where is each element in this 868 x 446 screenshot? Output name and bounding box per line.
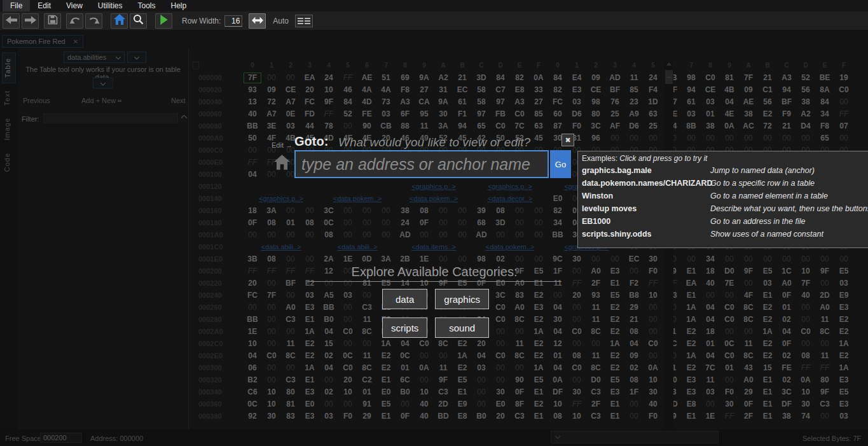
- examples-header: Examples: Click and press go to try it: [578, 151, 868, 164]
- example-row: graphics.bag.maleJump to named data (anc…: [578, 164, 868, 177]
- example-description: Go to a named element in a table: [710, 192, 828, 200]
- close-icon: ✖: [565, 136, 570, 144]
- explore-categories-heading: Explore Available Categories:: [307, 265, 561, 279]
- category-button-data[interactable]: data: [382, 289, 427, 309]
- save-button[interactable]: [44, 13, 61, 29]
- back-button[interactable]: [3, 13, 20, 29]
- menu-file[interactable]: File: [3, 0, 30, 11]
- horizontal-resize-icon: [252, 15, 263, 27]
- home-glyph-icon: [274, 155, 290, 172]
- category-button-sound[interactable]: sound: [435, 317, 489, 338]
- home-icon: [114, 14, 125, 27]
- search-icon: [133, 14, 144, 27]
- edit-hint-label: Edit →: [272, 141, 293, 149]
- example-description: Jump to named data (anchor): [710, 166, 815, 175]
- forward-button[interactable]: [22, 13, 39, 29]
- toolbar: Row Width: Auto: [0, 11, 868, 30]
- heading-divider: [307, 281, 561, 282]
- menu-tools[interactable]: Tools: [130, 0, 163, 11]
- example-row: scripts.shiny.oddsShow uses of a named c…: [578, 228, 868, 240]
- example-row: EB1000Go to an address in the file: [578, 215, 868, 228]
- go-button[interactable]: Go: [550, 150, 571, 178]
- example-anchor[interactable]: scripts.shiny.odds: [582, 230, 710, 239]
- save-floppy-icon: [48, 15, 58, 27]
- menu-bar: FileEditViewUtilitiesToolsHelp: [0, 0, 868, 11]
- redo-button[interactable]: [85, 13, 102, 29]
- undo-icon: [69, 15, 81, 27]
- example-row: WinstonGo to a named element in a table: [578, 190, 868, 202]
- example-description: Go to a specific row in a table: [710, 179, 815, 188]
- search-button[interactable]: [130, 13, 147, 29]
- category-button-graphics[interactable]: graphics: [435, 289, 489, 309]
- close-button[interactable]: ✖: [561, 134, 574, 146]
- examples-header-hint: Click and press go to try it: [619, 154, 707, 163]
- auto-width-toggle[interactable]: [295, 15, 313, 27]
- category-button-scripts[interactable]: scripts: [382, 317, 427, 338]
- play-icon: [160, 15, 169, 27]
- row-width-input[interactable]: [224, 15, 242, 27]
- back-arrow-icon: [6, 15, 17, 27]
- redo-icon: [88, 15, 100, 27]
- examples-header-prefix: Examples:: [582, 154, 619, 163]
- resize-width-button[interactable]: [249, 13, 266, 29]
- goto-dialog-subtitle: What would you like to view or edit?: [338, 136, 530, 150]
- example-anchor[interactable]: levelup moves: [582, 204, 710, 213]
- menu-utilities[interactable]: Utilities: [90, 0, 130, 11]
- goto-address-input[interactable]: [294, 150, 549, 178]
- example-anchor[interactable]: EB1000: [582, 217, 710, 226]
- goto-dialog-title: Goto:: [294, 134, 328, 149]
- example-anchor[interactable]: Winston: [582, 192, 710, 200]
- lines-icon: [305, 18, 310, 24]
- menu-view[interactable]: View: [59, 0, 90, 11]
- lines-icon: [298, 18, 303, 24]
- application-window: FileEditViewUtilitiesToolsHelp: [0, 0, 868, 446]
- example-row: levelup movesDescribe what you want, the…: [578, 202, 868, 215]
- run-button[interactable]: [155, 13, 172, 29]
- examples-list: graphics.bag.maleJump to named data (anc…: [578, 164, 868, 240]
- example-description: Go to an address in the file: [710, 217, 805, 226]
- example-anchor[interactable]: graphics.bag.male: [582, 166, 710, 175]
- auto-width-label: Auto: [273, 17, 289, 25]
- example-description: Describe what you want, then use the but…: [710, 204, 868, 213]
- category-buttons: datagraphicsscriptssound: [343, 289, 528, 338]
- example-anchor[interactable]: data.pokemon.names/CHARIZARD: [582, 179, 710, 188]
- example-row: data.pokemon.names/CHARIZARDGo to a spec…: [578, 177, 868, 190]
- forward-arrow-icon: [25, 15, 36, 27]
- menu-edit[interactable]: Edit: [30, 0, 59, 11]
- goto-examples-panel: Examples: Click and press go to try it g…: [577, 151, 868, 248]
- home-button[interactable]: [111, 13, 128, 29]
- menu-help[interactable]: Help: [163, 0, 195, 11]
- example-description: Show uses of a named constant: [710, 230, 823, 239]
- row-width-label: Row Width:: [182, 17, 221, 25]
- undo-button[interactable]: [66, 13, 83, 29]
